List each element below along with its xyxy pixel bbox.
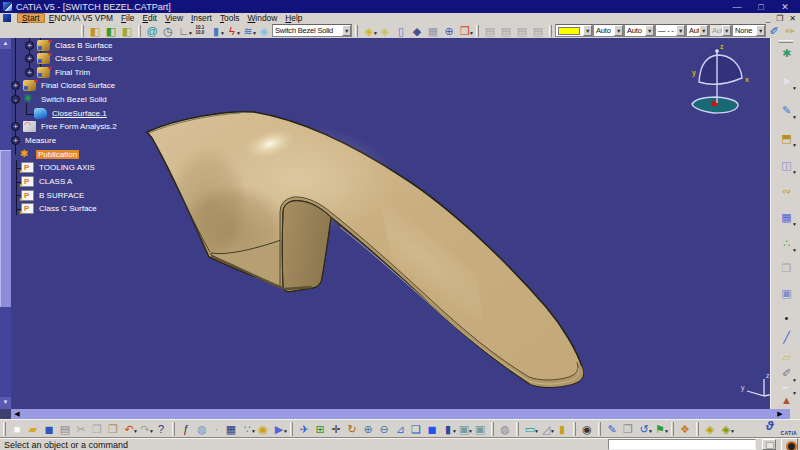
tree-vertical-scrollbar[interactable]: ▲ ▼	[0, 38, 11, 409]
sync-icon[interactable]: ↺▼	[636, 422, 652, 436]
fit-all-in-icon[interactable]: ⊞	[312, 422, 328, 436]
shading-edges-icon[interactable]: ▮▼	[440, 422, 456, 436]
grid-icon[interactable]: ▦▼	[778, 210, 795, 225]
pencil-draw-icon[interactable]: ✎	[604, 422, 620, 436]
menu-edit[interactable]: Edit	[138, 13, 160, 23]
tree-item-b-surface[interactable]: B SURFACE	[21, 189, 86, 201]
axis-system-icon[interactable]: ∟▼	[176, 24, 192, 38]
zoom-out-icon[interactable]: ⊖	[376, 422, 392, 436]
copy-icon[interactable]: ❐	[89, 422, 105, 436]
catalog-edit-icon[interactable]: ◧	[119, 24, 135, 38]
active-body-combo-arrow[interactable]: ▼	[342, 25, 351, 36]
toolbar-grip[interactable]	[138, 25, 141, 37]
formula-icon[interactable]: ƒ	[178, 422, 194, 436]
sweep-surface-icon[interactable]: ◈▼	[361, 24, 377, 38]
snap-grid-icon[interactable]: 10.110.0	[192, 24, 208, 38]
disabled-tool-2-icon[interactable]: ▤	[498, 24, 514, 38]
line-color-combo[interactable]: Auto▼	[593, 24, 624, 37]
compass-dome[interactable]	[699, 55, 742, 84]
surface-tool-2-icon[interactable]: ◈▼	[718, 422, 734, 436]
toolbar-grip[interactable]	[81, 25, 84, 37]
scroll-down-arrow[interactable]: ▼	[0, 397, 11, 409]
surface-icon[interactable]: ◈	[256, 24, 272, 38]
surface-tool-1-icon[interactable]: ◈	[702, 422, 718, 436]
copy-disabled-icon[interactable]: ❐	[778, 261, 795, 276]
minimize-button[interactable]: —	[732, 2, 742, 12]
menu-help[interactable]: Help	[281, 13, 306, 23]
box-frame-icon[interactable]: ▣	[778, 286, 795, 301]
measure-inertia-icon[interactable]: ▮	[554, 422, 570, 436]
tree-item-label[interactable]: Publication	[36, 150, 79, 159]
open-catalog-icon[interactable]: ◧	[87, 24, 103, 38]
tree-expander[interactable]: +	[25, 41, 34, 50]
catalog-book-icon[interactable]: ❒	[620, 422, 636, 436]
point-color-combo[interactable]: Auto▼	[624, 24, 655, 37]
image-capture-icon[interactable]: ◍	[194, 422, 210, 436]
sphere-icon[interactable]: ⊕	[441, 24, 457, 38]
maximize-button[interactable]: □	[756, 2, 766, 12]
viewport-3d[interactable]: z y x z y x +Class B Surface+Class C Sur…	[11, 38, 770, 409]
menu-enovia-v5-vpm[interactable]: ENOVIA V5 VPM	[45, 13, 117, 23]
clock-icon[interactable]: ◷	[160, 24, 176, 38]
point-type-combo-arrow[interactable]: ▼	[722, 25, 731, 36]
tree-item-label[interactable]: Free Form Analysis.2	[39, 122, 119, 131]
toolbar-grip[interactable]	[779, 40, 793, 43]
menu-insert[interactable]: Insert	[187, 13, 216, 23]
camera-icon[interactable]: ◉	[579, 422, 595, 436]
sketcher-gear-icon[interactable]: ✱	[778, 46, 795, 61]
break-icon[interactable]: ϟ▼	[224, 24, 240, 38]
line-weight-combo[interactable]: Aut▼	[686, 24, 709, 37]
disabled-tool-4-icon[interactable]: ▤	[530, 24, 546, 38]
tree-item-label[interactable]: Final Trim	[53, 68, 92, 77]
toolbar-grip[interactable]	[549, 25, 552, 37]
tree-item-class-a[interactable]: CLASS A	[21, 176, 74, 188]
menu-tools[interactable]: Tools	[216, 13, 244, 23]
doc-minimize-button[interactable]: _	[766, 14, 770, 23]
rotate-icon[interactable]: ↻	[344, 422, 360, 436]
tree-expander[interactable]: +	[11, 81, 20, 90]
zoom-in-icon[interactable]: ⊕	[360, 422, 376, 436]
tree-item-free-form-analysis-2[interactable]: +Free Form Analysis.2	[11, 121, 119, 133]
plane-icon[interactable]: ▱	[778, 350, 795, 365]
doc-close-button[interactable]: ✕	[789, 14, 796, 23]
menu-window[interactable]: Window	[243, 13, 281, 23]
catalog-browser-icon[interactable]: ◧	[103, 24, 119, 38]
cut-icon[interactable]: ✂	[73, 422, 89, 436]
line-type-combo-arrow[interactable]: ▼	[676, 25, 685, 36]
tree-item-final-closed-surface[interactable]: +Final Closed Surface	[11, 80, 117, 92]
cylinder-pair-icon[interactable]: ◫▼	[778, 158, 795, 173]
print-icon[interactable]: ▤	[57, 422, 73, 436]
tree-expander[interactable]: +	[25, 68, 34, 77]
shading-icon[interactable]: ◼	[424, 422, 440, 436]
product-graph-icon[interactable]: ∵▼	[239, 422, 255, 436]
doc-restore-button[interactable]: ❐	[776, 14, 783, 23]
toolbar-grip[interactable]	[355, 25, 358, 37]
tree-item-class-c-surface[interactable]: +Class C Surface	[25, 53, 115, 65]
normal-view-icon[interactable]: ⊿	[392, 422, 408, 436]
tree-item-label[interactable]: Measure	[23, 136, 58, 145]
select-pointer-icon[interactable]: ➤▼	[778, 74, 795, 89]
paste-icon[interactable]: ❒	[105, 422, 121, 436]
new-document-icon[interactable]: ■	[9, 422, 25, 436]
sketch-pad-icon[interactable]: ✎▼	[778, 103, 795, 118]
knowledge-button[interactable]	[781, 438, 798, 450]
command-input[interactable]	[608, 439, 756, 450]
transfer-icon[interactable]: ▶▼	[271, 422, 287, 436]
tree-item-class-b-surface[interactable]: +Class B Surface	[25, 39, 114, 51]
redo-icon[interactable]: ↷▼	[137, 422, 153, 436]
toolbar-grip[interactable]	[573, 422, 576, 436]
rotation-lock-icon[interactable]: ◍	[497, 422, 513, 436]
mini-dot-icon[interactable]: ·	[210, 422, 223, 436]
tree-item-publication[interactable]: Publication	[20, 148, 79, 160]
tree-item-tooling-axis[interactable]: TOOLING AXIS	[21, 162, 97, 174]
tree-item-label[interactable]: Class B Surface	[53, 41, 114, 50]
paintbrush-icon[interactable]: ✐	[766, 24, 782, 38]
active-body-combo[interactable]: Switch Bezel Solid▼	[272, 24, 352, 37]
tree-expander[interactable]: -	[11, 95, 20, 104]
scroll-right-arrow[interactable]: ▶	[774, 409, 786, 419]
render-style-combo-arrow[interactable]: ▼	[756, 25, 765, 36]
tree-item-label[interactable]: CloseSurface.1	[50, 109, 109, 118]
update-icon[interactable]: @	[144, 24, 160, 38]
toolbar-grip[interactable]	[598, 422, 601, 436]
point-type-combo[interactable]: Aut▼	[709, 24, 732, 37]
